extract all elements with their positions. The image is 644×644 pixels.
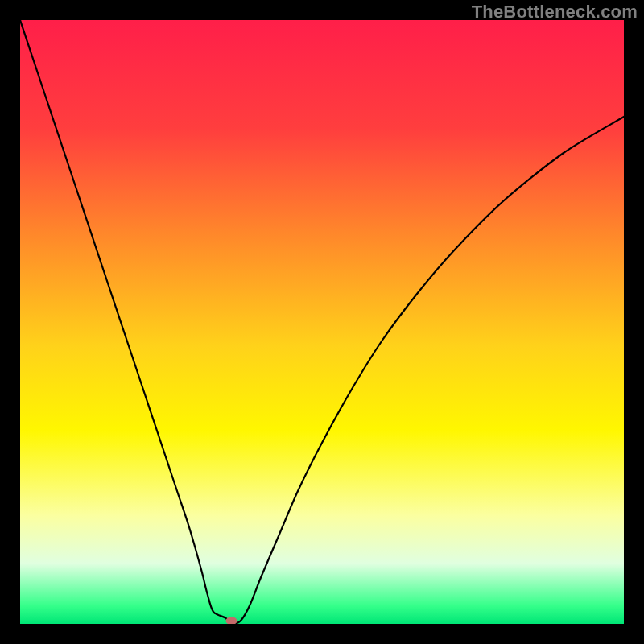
plot-area: [20, 20, 624, 624]
background-gradient: [20, 20, 624, 624]
chart-svg: [20, 20, 624, 624]
watermark-text: TheBottleneck.com: [472, 2, 638, 23]
chart-frame: TheBottleneck.com: [0, 0, 644, 644]
